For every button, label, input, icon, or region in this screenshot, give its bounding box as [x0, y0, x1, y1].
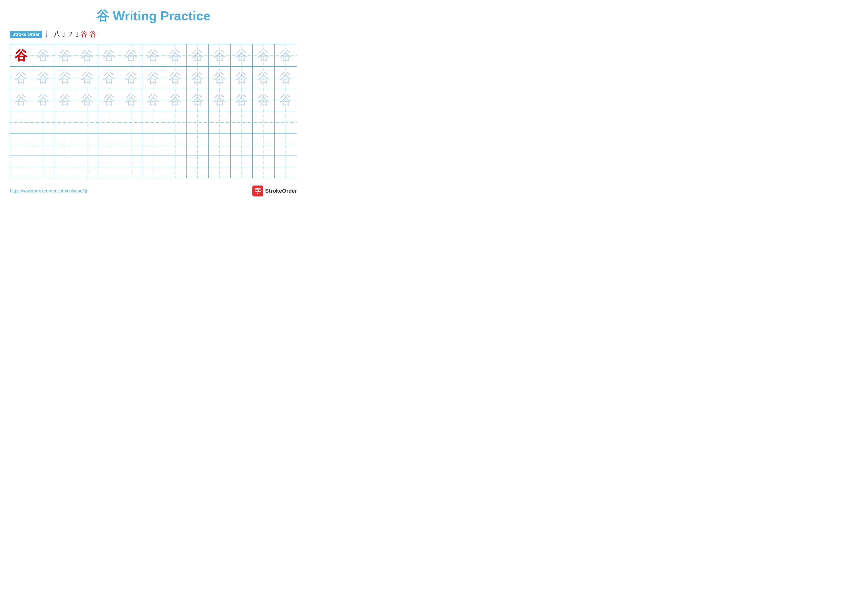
grid-cell[interactable]: [120, 134, 142, 155]
grid-cell[interactable]: [231, 134, 253, 155]
grid-cell[interactable]: 谷: [209, 67, 231, 89]
stroke-order-badge: Stroke Order: [10, 31, 42, 38]
logo-text: StrokeOrder: [265, 188, 297, 194]
grid-cell[interactable]: [120, 156, 142, 178]
grid-cell[interactable]: [32, 134, 54, 155]
grid-cell[interactable]: [98, 156, 120, 178]
grid-cell[interactable]: [142, 156, 164, 178]
grid-cell[interactable]: 谷: [120, 89, 142, 111]
grid-row-2: 谷谷谷谷谷谷谷谷谷谷谷谷谷: [10, 67, 297, 89]
grid-cell[interactable]: [253, 134, 274, 155]
grid-cell[interactable]: 谷: [54, 44, 76, 66]
grid-cell[interactable]: 谷: [98, 67, 120, 89]
grid-cell[interactable]: 谷: [54, 89, 76, 111]
grid-cell[interactable]: 谷: [164, 67, 186, 89]
grid-cell[interactable]: 谷: [253, 67, 274, 89]
grid-cell[interactable]: [253, 111, 274, 133]
grid-cell[interactable]: 谷: [231, 89, 253, 111]
grid-cell[interactable]: 谷: [186, 89, 209, 111]
grid-cell[interactable]: [274, 134, 297, 155]
grid-cell[interactable]: 谷: [32, 44, 54, 66]
grid-cell[interactable]: 谷: [142, 89, 164, 111]
grid-cell[interactable]: 谷: [231, 67, 253, 89]
grid-cell[interactable]: 谷: [209, 89, 231, 111]
grid-cell[interactable]: 谷: [253, 89, 274, 111]
footer-logo: 字 StrokeOrder: [253, 185, 297, 196]
grid-cell[interactable]: 谷: [98, 44, 120, 66]
grid-cell[interactable]: [186, 134, 209, 155]
grid-cell[interactable]: 谷: [231, 44, 253, 66]
grid-cell[interactable]: 谷: [274, 67, 297, 89]
grid-cell[interactable]: [32, 111, 54, 133]
grid-cell[interactable]: [32, 156, 54, 178]
grid-cell[interactable]: 谷: [164, 44, 186, 66]
grid-cell[interactable]: 谷: [164, 89, 186, 111]
footer-url[interactable]: https://www.strokeorder.com/chinese/谷: [10, 188, 88, 194]
grid-cell[interactable]: 谷: [10, 89, 32, 111]
grid-row-3: 谷谷谷谷谷谷谷谷谷谷谷谷谷: [10, 89, 297, 111]
grid-cell[interactable]: [164, 111, 186, 133]
grid-cell[interactable]: [98, 134, 120, 155]
grid-cell[interactable]: [186, 111, 209, 133]
grid-cell[interactable]: [10, 156, 32, 178]
grid-cell[interactable]: 谷: [54, 67, 76, 89]
grid-cell[interactable]: [76, 156, 98, 178]
grid-cell[interactable]: [54, 156, 76, 178]
grid-cell[interactable]: [164, 156, 186, 178]
grid-cell[interactable]: [209, 156, 231, 178]
grid-cell[interactable]: 谷: [274, 44, 297, 66]
grid-cell[interactable]: 谷: [120, 67, 142, 89]
grid-cell[interactable]: 谷: [120, 44, 142, 66]
grid-cell[interactable]: 谷: [76, 67, 98, 89]
grid-row-1: 谷谷谷谷谷谷谷谷谷谷谷谷谷: [10, 44, 297, 67]
grid-cell[interactable]: [253, 156, 274, 178]
stroke-sequence: 丿 八 𠃌 ㇇ 𠃊 谷 谷: [45, 30, 96, 39]
grid-cell[interactable]: [164, 134, 186, 155]
grid-cell[interactable]: [142, 111, 164, 133]
grid-cell[interactable]: [54, 111, 76, 133]
grid-cell[interactable]: 谷: [32, 89, 54, 111]
grid-cell[interactable]: [10, 111, 32, 133]
grid-cell[interactable]: 谷: [209, 44, 231, 66]
grid-cell[interactable]: [209, 134, 231, 155]
grid-cell[interactable]: 谷: [98, 89, 120, 111]
grid-cell[interactable]: [76, 134, 98, 155]
grid-cell[interactable]: [209, 111, 231, 133]
grid-cell[interactable]: 谷: [76, 89, 98, 111]
logo-icon: 字: [253, 185, 263, 196]
grid-row-4: [10, 111, 297, 134]
grid-cell[interactable]: [231, 111, 253, 133]
grid-cell[interactable]: 谷: [10, 44, 32, 66]
page-title: 谷 Writing Practice: [10, 8, 297, 25]
grid-cell[interactable]: [231, 156, 253, 178]
grid-cell[interactable]: 谷: [76, 44, 98, 66]
grid-cell[interactable]: [120, 111, 142, 133]
grid-cell[interactable]: 谷: [253, 44, 274, 66]
grid-cell[interactable]: 谷: [10, 67, 32, 89]
grid-cell[interactable]: [274, 156, 297, 178]
grid-cell[interactable]: [186, 156, 209, 178]
grid-row-5: [10, 134, 297, 156]
grid-cell[interactable]: [274, 111, 297, 133]
grid-cell[interactable]: [54, 134, 76, 155]
stroke-order-row: Stroke Order 丿 八 𠃌 ㇇ 𠃊 谷 谷: [10, 30, 297, 39]
grid-cell[interactable]: [98, 111, 120, 133]
grid-cell[interactable]: 谷: [142, 44, 164, 66]
grid-cell[interactable]: 谷: [274, 89, 297, 111]
practice-grid: 谷谷谷谷谷谷谷谷谷谷谷谷谷谷谷谷谷谷谷谷谷谷谷谷谷谷谷谷谷谷谷谷谷谷谷谷谷谷谷: [10, 44, 297, 178]
grid-cell[interactable]: 谷: [186, 44, 209, 66]
grid-cell[interactable]: [142, 134, 164, 155]
footer: https://www.strokeorder.com/chinese/谷 字 …: [10, 185, 297, 196]
grid-cell[interactable]: 谷: [186, 67, 209, 89]
grid-cell[interactable]: 谷: [32, 67, 54, 89]
grid-cell[interactable]: [10, 134, 32, 155]
grid-row-6: [10, 156, 297, 178]
grid-cell[interactable]: [76, 111, 98, 133]
grid-cell[interactable]: 谷: [142, 67, 164, 89]
